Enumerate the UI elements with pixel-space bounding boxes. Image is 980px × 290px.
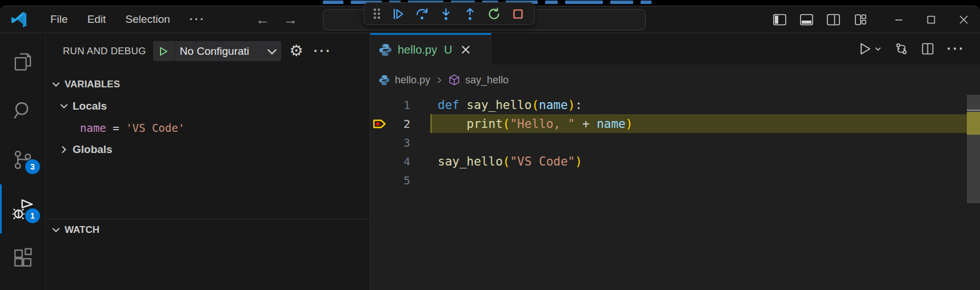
step-out-button[interactable]	[463, 7, 477, 21]
code-line[interactable]: 5	[370, 171, 980, 190]
breakpoint-gutter[interactable]	[370, 133, 390, 152]
code-token	[459, 98, 467, 112]
gear-icon[interactable]: ⚙	[290, 43, 303, 59]
close-tab-icon[interactable]	[460, 44, 471, 55]
stop-button[interactable]	[511, 7, 525, 21]
activity-bar: 3 1	[0, 33, 46, 290]
menu-more[interactable]: ···	[182, 11, 214, 28]
toggle-panel-icon[interactable]	[799, 13, 814, 27]
vscode-window: File Edit Selection ··· ← →	[0, 6, 980, 290]
tab-bar: hello.py U	[370, 33, 980, 65]
code-line-content[interactable]	[430, 133, 967, 152]
editor-scrollbar[interactable]	[967, 95, 980, 290]
globals-label: Globals	[73, 143, 113, 156]
step-into-button[interactable]	[439, 7, 453, 21]
minimize-button[interactable]	[882, 6, 915, 33]
scm-badge: 3	[25, 159, 40, 174]
code-lines: 1def say_hello(name):2 print("Hello, " +…	[370, 95, 980, 190]
code-token: name	[539, 98, 568, 112]
editor-actions: ···	[858, 33, 980, 65]
breakpoint-gutter[interactable]	[370, 114, 390, 133]
extensions-icon	[11, 247, 34, 269]
code-token: say_hello	[467, 98, 532, 112]
start-debug-button[interactable]	[153, 41, 175, 61]
debug-config-dropdown[interactable]: No Configurati	[153, 41, 281, 61]
code-line-content[interactable]: def say_hello(name):	[430, 95, 967, 114]
code-line[interactable]: 2 print("Hello, " + name)	[370, 114, 980, 133]
current-breakpoint-icon[interactable]	[373, 118, 387, 130]
variables-header: VARIABLES	[65, 79, 120, 90]
activity-run-and-debug[interactable]: 1	[0, 184, 45, 233]
breadcrumb-symbol[interactable]: say_hello	[465, 74, 509, 86]
continue-button[interactable]	[391, 7, 405, 21]
variables-tree: VARIABLES Locals name = 'VS Code' Global…	[46, 74, 370, 160]
menu-file[interactable]: File	[42, 11, 76, 28]
code-token: name	[597, 117, 626, 131]
run-python-file-button[interactable]	[858, 42, 882, 56]
tab-modified-badge: U	[444, 43, 452, 57]
chevron-down-icon[interactable]	[874, 45, 882, 53]
section-variables[interactable]: VARIABLES	[46, 74, 370, 95]
menu-selection[interactable]: Selection	[117, 11, 178, 28]
toggle-secondary-sidebar-icon[interactable]	[826, 13, 841, 27]
breadcrumb-file[interactable]: hello.py	[395, 74, 430, 86]
code-line[interactable]: 1def say_hello(name):	[370, 95, 980, 114]
breakpoint-gutter[interactable]	[370, 171, 390, 190]
code-token: )	[575, 155, 582, 168]
tree-item-globals[interactable]: Globals	[46, 139, 370, 160]
code-line-content[interactable]	[430, 171, 967, 190]
section-watch[interactable]: WATCH	[46, 219, 370, 241]
sidebar-more-actions[interactable]: ···	[314, 43, 332, 59]
code-area: 1def say_hello(name):2 print("Hello, " +…	[370, 95, 980, 290]
variable-operator: =	[113, 122, 119, 134]
activity-extensions[interactable]	[0, 233, 45, 283]
close-icon	[959, 15, 969, 25]
python-file-icon	[378, 43, 393, 57]
minimize-icon	[894, 15, 903, 25]
toggle-primary-sidebar-icon[interactable]	[773, 13, 787, 27]
close-window-button[interactable]	[947, 6, 980, 33]
layout-controls	[773, 13, 867, 27]
activity-explorer[interactable]	[0, 37, 45, 86]
tab-label: hello.py	[398, 43, 437, 57]
explorer-icon	[11, 50, 34, 73]
window-controls	[882, 6, 980, 33]
debug-badge: 1	[25, 208, 40, 223]
drag-handle-icon[interactable]	[374, 9, 380, 19]
editor-group: hello.py U	[370, 33, 980, 290]
search-icon	[11, 99, 34, 122]
menu-edit[interactable]: Edit	[79, 11, 114, 28]
code-token: (	[503, 117, 510, 131]
open-changes-icon[interactable]	[894, 42, 909, 56]
tree-item-locals[interactable]: Locals	[46, 95, 370, 117]
split-editor-icon[interactable]	[921, 42, 935, 56]
breakpoint-gutter[interactable]	[370, 152, 390, 171]
sidebar-title: RUN AND DEBUG	[63, 46, 146, 57]
editor-more-actions[interactable]: ···	[947, 41, 965, 57]
line-number: 5	[390, 174, 410, 187]
code-token: "VS Code"	[510, 155, 575, 168]
chevron-down-icon	[265, 44, 279, 59]
activity-search[interactable]	[0, 86, 45, 135]
breakpoint-gutter[interactable]	[370, 95, 390, 114]
maximize-button[interactable]	[915, 6, 947, 33]
activity-source-control[interactable]: 3	[0, 135, 45, 184]
go-back-button[interactable]: ←	[253, 11, 272, 28]
code-line-content[interactable]: say_hello("VS Code")	[430, 152, 967, 171]
code-line-content[interactable]: print("Hello, " + name)	[430, 114, 967, 133]
code-token: +	[575, 117, 597, 131]
code-line[interactable]: 4say_hello("VS Code")	[370, 152, 980, 171]
code-token: )	[568, 98, 575, 112]
overview-ruler-cursor-marker	[967, 110, 980, 111]
restart-button[interactable]	[487, 7, 501, 21]
tab-hello-py[interactable]: hello.py U	[370, 33, 491, 65]
watch-header: WATCH	[65, 224, 99, 236]
step-over-button[interactable]	[415, 7, 429, 21]
scrollbar-thumb[interactable]	[967, 95, 980, 203]
variable-row-name[interactable]: name = 'VS Code'	[46, 117, 370, 139]
python-file-icon	[378, 74, 390, 86]
go-forward-button[interactable]: →	[281, 11, 300, 28]
code-line[interactable]: 3	[370, 133, 980, 152]
customize-layout-icon[interactable]	[853, 13, 867, 27]
chevron-down-icon	[50, 79, 62, 90]
